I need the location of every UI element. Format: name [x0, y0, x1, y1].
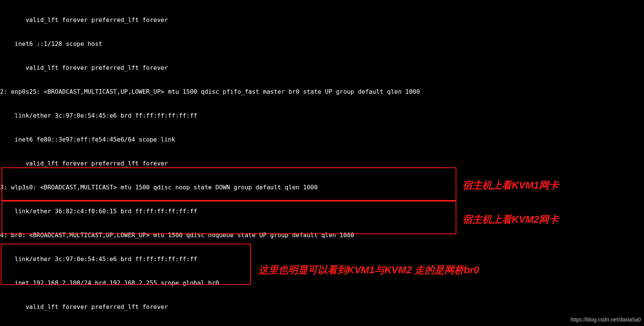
- terminal-line: 2: enp0s25: <BROADCAST,MULTICAST,UP,LOWE…: [0, 88, 644, 96]
- terminal-line: link/ether 3c:97:0e:54:45:e6 brd ff:ff:f…: [0, 255, 644, 263]
- terminal-line: 3: wlp3s0: <BROADCAST,MULTICAST> mtu 150…: [0, 183, 644, 191]
- terminal-line: inet6 fe80::3e97:eff:fe54:45e6/64 scope …: [0, 135, 644, 143]
- annotation-kvm2: 宿主机上看KVM2网卡: [462, 214, 559, 224]
- terminal-line: 4: br0: <BROADCAST,MULTICAST,UP,LOWER_UP…: [0, 231, 644, 239]
- terminal-line: link/ether 3c:97:0e:54:45:e6 brd ff:ff:f…: [0, 112, 644, 120]
- annotation-bridge: 这里也明显可以看到KVM1与KVM2 走的是网桥br0: [259, 265, 479, 275]
- terminal-line: valid_lft forever preferred_lft forever: [0, 64, 644, 72]
- highlight-box-vnet1: [2, 201, 456, 234]
- terminal-line: link/ether 36:82:c4:f0:60:15 brd ff:ff:f…: [0, 207, 644, 215]
- terminal-line: valid_lft forever preferred_lft forever: [0, 16, 644, 24]
- terminal-window[interactable]: valid_lft forever preferred_lft forever …: [0, 0, 644, 326]
- terminal-line: valid_lft forever preferred_lft forever: [0, 303, 644, 311]
- terminal-line: inet6 ::1/128 scope host: [0, 40, 644, 48]
- watermark-text: https://blog.csdn.net/daxia5a0: [570, 316, 641, 324]
- terminal-line: inet 192.168.2.108/24 brd 192.168.2.255 …: [0, 279, 644, 287]
- terminal-line: valid_lft forever preferred_lft forever: [0, 159, 644, 167]
